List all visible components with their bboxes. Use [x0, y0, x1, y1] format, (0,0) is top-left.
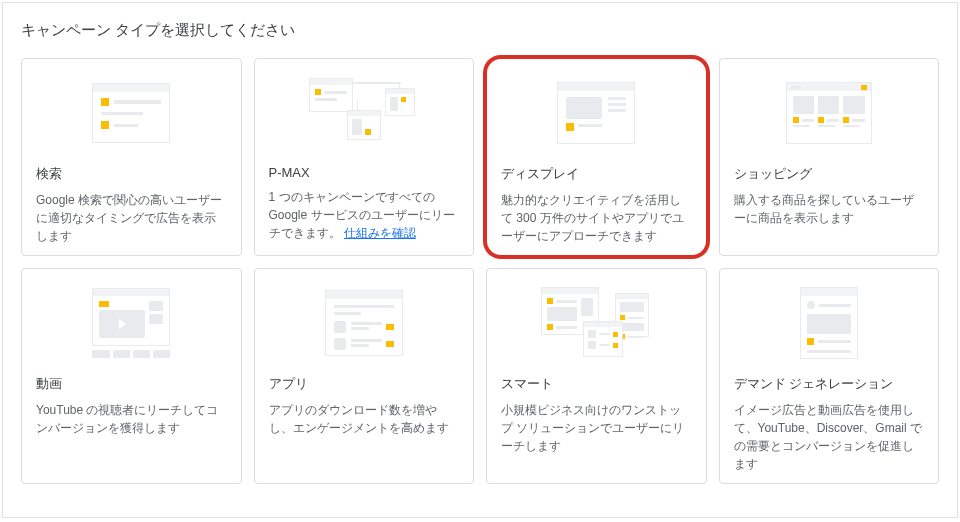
card-title: ショッピング: [734, 165, 925, 183]
card-description: 小規模ビジネス向けのワンストップ ソリューションでユーザーにリーチします: [501, 401, 692, 455]
card-description: アプリのダウンロード数を増やし、エンゲージメントを高めます: [269, 401, 460, 437]
card-title: P-MAX: [269, 165, 460, 180]
campaign-card-display[interactable]: ディスプレイ 魅力的なクリエイティブを活用して 300 万件のサイトやアプリでユ…: [486, 58, 707, 256]
card-title: デマンド ジェネレーション: [734, 375, 925, 393]
demand-gen-icon: [734, 283, 925, 363]
card-description: Google 検索で関心の高いユーザーに適切なタイミングで広告を表示します: [36, 191, 227, 245]
campaign-cards-grid: 検索 Google 検索で関心の高いユーザーに適切なタイミングで広告を表示します: [21, 58, 939, 484]
campaign-card-app[interactable]: アプリ アプリのダウンロード数を増やし、エンゲージメントを高めます: [254, 268, 475, 484]
campaign-card-search[interactable]: 検索 Google 検索で関心の高いユーザーに適切なタイミングで広告を表示します: [21, 58, 242, 256]
page-title: キャンペーン タイプを選択してください: [21, 21, 939, 40]
display-icon: [501, 73, 692, 153]
campaign-card-pmax[interactable]: P-MAX 1 つのキャンペーンですべての Google サービスのユーザーにリ…: [254, 58, 475, 256]
card-title: 検索: [36, 165, 227, 183]
shopping-icon: [734, 73, 925, 153]
campaign-type-selector: キャンペーン タイプを選択してください 検索 Google 検索で関心の高いユー…: [2, 2, 958, 518]
card-description: 魅力的なクリエイティブを活用して 300 万件のサイトやアプリでユーザーにアプロ…: [501, 191, 692, 245]
pmax-icon: [269, 73, 460, 153]
search-icon: [36, 73, 227, 153]
smart-icon: [501, 283, 692, 363]
card-title: アプリ: [269, 375, 460, 393]
campaign-card-demand-gen[interactable]: デマンド ジェネレーション イメージ広告と動画広告を使用して、YouTube、D…: [719, 268, 940, 484]
card-title: スマート: [501, 375, 692, 393]
campaign-card-video[interactable]: 動画 YouTube の視聴者にリーチしてコンバージョンを獲得します: [21, 268, 242, 484]
app-icon: [269, 283, 460, 363]
card-description: YouTube の視聴者にリーチしてコンバージョンを獲得します: [36, 401, 227, 437]
pmax-learn-more-link[interactable]: 仕組みを確認: [344, 226, 416, 240]
card-description: 購入する商品を探しているユーザーに商品を表示します: [734, 191, 925, 227]
video-icon: [36, 283, 227, 363]
card-title: ディスプレイ: [501, 165, 692, 183]
card-title: 動画: [36, 375, 227, 393]
campaign-card-smart[interactable]: スマート 小規模ビジネス向けのワンストップ ソリューションでユーザーにリーチしま…: [486, 268, 707, 484]
campaign-card-shopping[interactable]: ショッピング 購入する商品を探しているユーザーに商品を表示します: [719, 58, 940, 256]
card-description: 1 つのキャンペーンですべての Google サービスのユーザーにリーチできます…: [269, 188, 460, 242]
card-description: イメージ広告と動画広告を使用して、YouTube、Discover、Gmail …: [734, 401, 925, 473]
